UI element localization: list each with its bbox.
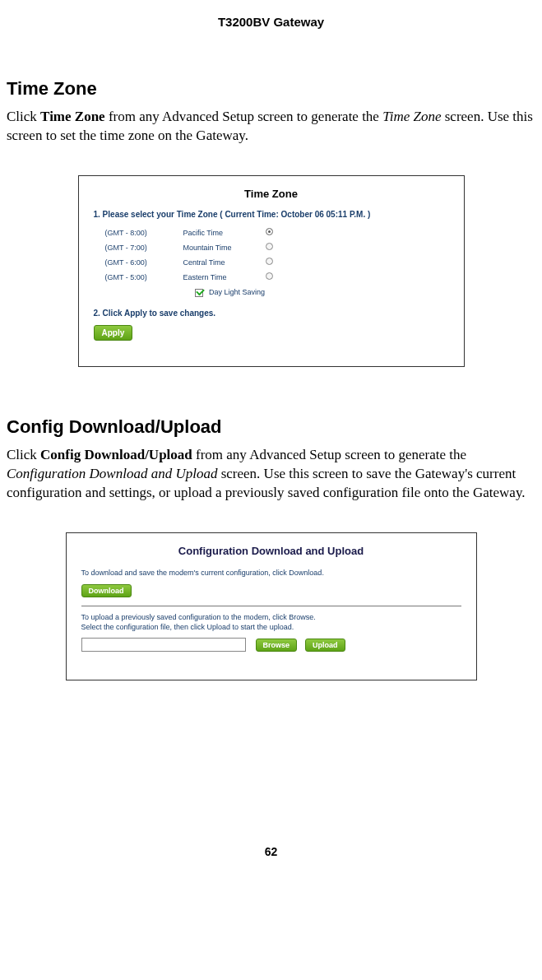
upload-button[interactable]: Upload <box>305 639 345 652</box>
radio-icon[interactable] <box>266 243 273 250</box>
tz-gmt: (GMT - 6:00) <box>105 258 183 267</box>
tz-daylight-label: Day Light Saving <box>209 288 265 296</box>
section-para-config: Click Config Download/Upload from any Ad… <box>7 446 535 503</box>
tz-row: (GMT - 8:00) Pacific Time <box>105 225 449 240</box>
radio-icon[interactable] <box>266 258 273 265</box>
download-button[interactable]: Download <box>81 584 132 597</box>
para-text: Click <box>7 447 40 462</box>
cfg-panel-title: Configuration Download and Upload <box>81 545 461 557</box>
section-heading-timezone: Time Zone <box>7 78 535 100</box>
tz-name: Mountain Time <box>183 244 257 252</box>
browse-button[interactable]: Browse <box>256 639 298 652</box>
timezone-screenshot: Time Zone 1. Please select your Time Zon… <box>78 175 465 367</box>
tz-name: Central Time <box>183 258 257 267</box>
radio-icon[interactable] <box>266 272 273 280</box>
divider <box>81 606 461 606</box>
tz-step1: 1. Please select your Time Zone ( Curren… <box>94 210 449 219</box>
page-header-title: T3200BV Gateway <box>7 15 535 29</box>
cfg-text2b: Select the configuration file, then clic… <box>81 623 461 631</box>
para-bold: Time Zone <box>40 109 105 124</box>
tz-name: Pacific Time <box>183 229 257 237</box>
cfg-upload-row: Browse Upload <box>81 636 461 652</box>
para-italic: Time Zone <box>382 109 441 124</box>
cfg-text1: To download and save the modem's current… <box>81 569 461 577</box>
tz-name: Eastern Time <box>183 273 257 281</box>
tz-gmt: (GMT - 7:00) <box>105 244 183 252</box>
tz-step2: 2. Click Apply to save changes. <box>94 309 449 318</box>
section-para-timezone: Click Time Zone from any Advanced Setup … <box>7 108 535 146</box>
file-path-input[interactable] <box>81 638 246 652</box>
tz-gmt: (GMT - 5:00) <box>105 273 183 281</box>
tz-panel-title: Time Zone <box>94 188 449 200</box>
para-italic: Configuration Download and Upload <box>7 466 217 481</box>
apply-button[interactable]: Apply <box>94 325 133 341</box>
tz-gmt: (GMT - 8:00) <box>105 229 183 237</box>
cfg-text2a: To upload a previously saved configurati… <box>81 613 461 621</box>
para-bold: Config Download/Upload <box>40 447 192 462</box>
tz-row: (GMT - 6:00) Central Time <box>105 255 449 270</box>
tz-daylight-row: Day Light Saving <box>195 288 449 297</box>
para-text: from any Advanced Setup screen to genera… <box>192 447 466 462</box>
section-heading-config: Config Download/Upload <box>7 416 535 438</box>
tz-row: (GMT - 5:00) Eastern Time <box>105 270 449 285</box>
page-number: 62 <box>7 845 535 858</box>
tz-table: (GMT - 8:00) Pacific Time (GMT - 7:00) M… <box>105 225 449 297</box>
tz-row: (GMT - 7:00) Mountain Time <box>105 240 449 255</box>
radio-icon[interactable] <box>266 228 273 235</box>
config-screenshot: Configuration Download and Upload To dow… <box>66 532 477 680</box>
para-text: Click <box>7 109 40 124</box>
checkbox-icon[interactable] <box>195 289 203 297</box>
para-text: from any Advanced Setup screen to genera… <box>105 109 383 124</box>
